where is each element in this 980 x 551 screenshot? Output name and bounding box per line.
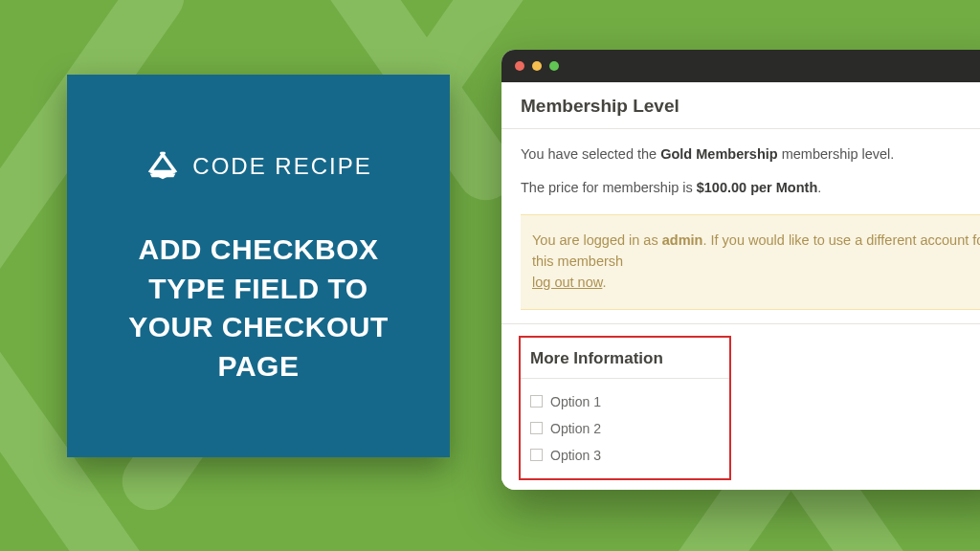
browser-window: Membership Level You have selected the G… xyxy=(501,50,980,490)
membership-section-title: Membership Level xyxy=(501,82,980,129)
recipe-icon xyxy=(145,146,181,187)
list-item: Option 3 xyxy=(521,442,729,469)
option-label: Option 2 xyxy=(550,421,601,436)
login-notice: You are logged in as admin. If you would… xyxy=(521,214,980,309)
price-text: The price for membership is $100.00 per … xyxy=(521,176,980,200)
more-info-title: More Information xyxy=(521,338,729,379)
logo-text: CODE RECIPE xyxy=(192,153,371,180)
selected-level-text: You have selected the Gold Membership me… xyxy=(521,143,980,166)
checkbox-option-1[interactable] xyxy=(530,395,543,408)
close-icon[interactable] xyxy=(515,61,524,71)
more-info-highlight: More Information Option 1 Option 2 Optio… xyxy=(519,336,731,480)
checkbox-option-3[interactable] xyxy=(530,449,543,461)
minimize-icon[interactable] xyxy=(532,61,542,71)
options-list: Option 1 Option 2 Option 3 xyxy=(521,379,729,469)
logout-link[interactable]: log out now xyxy=(532,275,602,290)
promo-heading: ADD CHECKBOX TYPE FIELD TO YOUR CHECKOUT… xyxy=(105,231,412,386)
page-content: Membership Level You have selected the G… xyxy=(501,82,980,490)
maximize-icon[interactable] xyxy=(549,61,559,71)
option-label: Option 3 xyxy=(550,448,601,463)
membership-body: You have selected the Gold Membership me… xyxy=(501,129,980,214)
checkbox-option-2[interactable] xyxy=(530,422,543,434)
list-item: Option 1 xyxy=(521,388,729,415)
option-label: Option 1 xyxy=(550,394,601,409)
promo-card: CODE RECIPE ADD CHECKBOX TYPE FIELD TO Y… xyxy=(67,75,450,457)
svg-rect-1 xyxy=(160,152,166,155)
list-item: Option 2 xyxy=(521,415,729,442)
window-titlebar xyxy=(501,50,980,82)
logo-row: CODE RECIPE xyxy=(145,146,371,187)
